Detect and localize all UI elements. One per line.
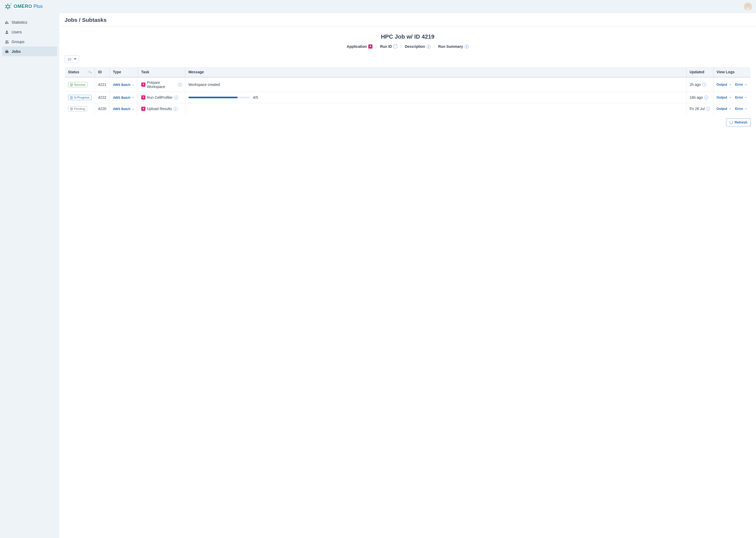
svg-point-22 — [71, 97, 72, 97]
sidebar-item-groups[interactable]: Groups — [2, 37, 57, 46]
error-log-link[interactable]: Error → — [735, 96, 747, 99]
top-bar: + OMERO Plus — [0, 0, 756, 13]
cell-message — [185, 103, 686, 115]
clipboard-icon — [394, 45, 397, 48]
output-log-link[interactable]: Output → — [717, 107, 732, 111]
users-icon — [5, 40, 9, 44]
sidebar-item-label: Statistics — [12, 20, 27, 25]
info-icon[interactable]: i — [178, 83, 182, 87]
user-avatar[interactable] — [744, 3, 752, 11]
col-header-message[interactable]: Message — [185, 67, 686, 78]
info-icon[interactable]: i — [174, 96, 178, 100]
svg-rect-25 — [71, 108, 71, 109]
type-link[interactable]: AWS Batch → — [113, 83, 135, 87]
subtasks-table: Status ↓AZ ID Type Task Message Updated … — [65, 67, 751, 115]
cell-id: 4221 — [95, 77, 110, 92]
sort-icon: ↓AZ — [87, 70, 92, 74]
sidebar-item-label: Jobs — [12, 49, 21, 54]
col-header-task[interactable]: Task — [138, 67, 185, 78]
svg-point-1 — [7, 4, 8, 5]
svg-rect-14 — [8, 23, 8, 24]
cell-message: Workspace created — [185, 77, 686, 92]
svg-rect-13 — [7, 21, 7, 24]
status-badge-success: Success — [68, 82, 87, 87]
col-header-updated[interactable]: Updated — [686, 67, 713, 78]
brand-main: OMERO — [14, 4, 32, 9]
svg-rect-23 — [71, 97, 72, 98]
task-app-icon — [141, 82, 145, 87]
progress-label: 4/5 — [253, 95, 258, 100]
svg-point-24 — [71, 107, 73, 110]
task-name: Run CellProfiler — [147, 95, 173, 100]
status-badge-pending: Pending — [68, 106, 87, 111]
updated-time: 2h ago — [689, 82, 701, 87]
info-icon: i — [465, 45, 469, 49]
error-log-link[interactable]: Error → — [735, 83, 747, 86]
svg-point-3 — [10, 7, 11, 8]
col-header-type[interactable]: Type — [110, 67, 138, 78]
updated-time: 16h ago — [689, 95, 703, 100]
user-icon — [5, 30, 9, 34]
controls-row: 10 — [59, 54, 756, 67]
sidebar-item-label: Groups — [12, 39, 24, 44]
status-badge-inprogress: In Progress — [68, 95, 92, 100]
briefcase-icon — [5, 50, 9, 53]
main-content: Jobs / Subtasks HPC Job w/ ID 4219 Appli… — [59, 13, 756, 538]
chevron-down-icon — [74, 58, 76, 60]
cell-id: 4220 — [95, 103, 110, 115]
col-header-id[interactable]: ID — [95, 67, 110, 78]
job-title: HPC Job w/ ID 4219 — [65, 33, 751, 40]
info-icon: i — [427, 45, 431, 49]
sidebar-item-jobs[interactable]: Jobs — [2, 46, 57, 56]
table-row: Pending 4220 AWS Batch → Upload Results … — [65, 103, 751, 115]
pause-circle-icon — [70, 107, 73, 110]
job-header: HPC Job w/ ID 4219 Application Run ID De… — [59, 27, 756, 54]
brand-plus: Plus — [34, 4, 43, 9]
info-icon[interactable]: i — [173, 107, 177, 111]
refresh-button[interactable]: Refresh — [726, 118, 751, 126]
info-icon[interactable]: i — [702, 83, 706, 87]
task-name: Prepare Workspace — [147, 81, 176, 89]
col-header-logs[interactable]: View Logs — [713, 67, 750, 78]
sidebar: Statistics Users Groups Jobs — [0, 13, 59, 538]
footer-actions: Refresh — [59, 115, 756, 130]
check-circle-icon — [70, 83, 73, 86]
job-meta-application[interactable]: Application — [343, 44, 376, 49]
svg-point-6 — [5, 5, 6, 6]
svg-point-16 — [6, 40, 7, 42]
app-badge-icon — [368, 44, 372, 49]
svg-text:+: + — [11, 3, 12, 5]
breadcrumb: Jobs / Subtasks — [59, 13, 756, 27]
info-icon[interactable]: i — [706, 107, 710, 111]
sidebar-item-users[interactable]: Users — [2, 27, 57, 37]
sidebar-item-statistics[interactable]: Statistics — [2, 17, 57, 27]
task-app-icon — [141, 107, 145, 111]
svg-rect-19 — [6, 50, 8, 51]
task-name: Upload Results — [147, 107, 172, 111]
svg-rect-12 — [5, 22, 6, 24]
col-header-status[interactable]: Status ↓AZ — [65, 67, 95, 78]
job-meta-run-summary[interactable]: Run Summary i — [435, 44, 472, 49]
sidebar-item-label: Users — [12, 30, 22, 34]
progress-indicator: 4/5 — [188, 95, 683, 100]
refresh-icon — [730, 121, 733, 124]
page-size-select[interactable]: 10 — [65, 55, 79, 63]
type-link[interactable]: AWS Batch → — [113, 96, 135, 100]
task-app-icon — [141, 95, 145, 100]
svg-point-17 — [7, 40, 8, 42]
brand-logo-text[interactable]: + OMERO Plus — [4, 3, 43, 10]
error-log-link[interactable]: Error → — [735, 107, 747, 111]
type-link[interactable]: AWS Batch → — [113, 107, 135, 111]
table-row: In Progress 4222 AWS Batch → Run CellPro… — [65, 92, 751, 103]
output-log-link[interactable]: Output → — [717, 83, 732, 86]
output-log-link[interactable]: Output → — [717, 96, 732, 99]
bar-chart-icon — [5, 21, 9, 24]
omero-logo-icon: + — [4, 3, 12, 10]
svg-point-5 — [5, 7, 6, 8]
job-meta-description[interactable]: Description i — [401, 44, 435, 49]
info-icon[interactable]: i — [704, 96, 708, 100]
job-meta-run-id[interactable]: Run ID — [376, 44, 401, 49]
updated-time: Fri 26 Jul — [689, 107, 705, 111]
svg-point-15 — [6, 30, 8, 32]
cell-id: 4222 — [95, 92, 110, 103]
